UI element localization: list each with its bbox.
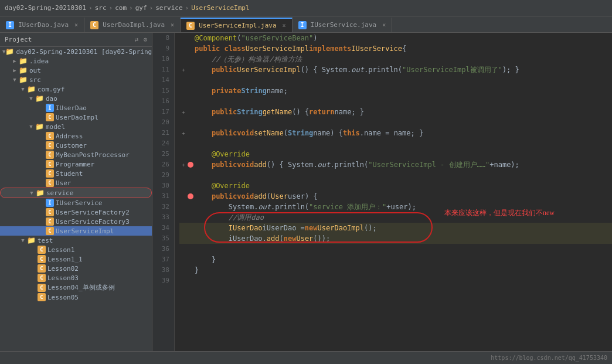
- test-folder-icon: 📁: [27, 236, 36, 244]
- status-bar: https://blog.csdn.net/qq_41753340: [0, 351, 612, 364]
- tree-item[interactable]: ▼ 📁 day02-Spring-20210301 [day02-Spring-: [0, 47, 152, 56]
- gear-icon[interactable]: ⚙: [143, 36, 147, 43]
- tree-item-iuserservice[interactable]: I IUserService: [0, 198, 152, 207]
- src-folder-icon: 📁: [19, 76, 28, 84]
- userservicefactory2-icon: C: [46, 208, 54, 216]
- breadcrumb-gyf: gyf: [135, 4, 147, 12]
- code-line-24: [179, 138, 612, 149]
- tree-item-dao[interactable]: ▼ 📁 dao: [0, 94, 152, 103]
- tab-label-userserviceimpl: UserServiceImpl.java: [199, 22, 276, 29]
- tree-item-userservicefactory3[interactable]: C UserServiceFactory3: [0, 217, 152, 226]
- tree-item-lesson03[interactable]: C Lesson03: [0, 273, 152, 283]
- breadcrumb-file: UserServiceImpl: [191, 4, 249, 12]
- code-line-9: public class UserServiceImpl implements …: [179, 43, 612, 54]
- code-line-15: private String name;: [179, 86, 612, 96]
- tab-iuserservice[interactable]: I IUserService.java ×: [293, 18, 393, 32]
- code-line-36: [179, 244, 612, 254]
- breadcrumb-com: com: [115, 4, 127, 12]
- breadcrumb: day02-Spring-20210301 › src › com › gyf …: [5, 4, 250, 12]
- tree-item-comgyf[interactable]: ▼ 📁 com.gyf: [0, 84, 152, 94]
- lesson02-icon: C: [38, 264, 46, 273]
- breakpoint-26[interactable]: [188, 162, 193, 168]
- code-line-37: }: [179, 254, 612, 265]
- tab-userdaoimpl[interactable]: C UserDaoImpl.java ×: [84, 18, 181, 32]
- tree-item-idea[interactable]: ▶ 📁 .idea: [0, 56, 152, 66]
- sync-icon[interactable]: ⇄: [135, 36, 139, 43]
- expand-8[interactable]: [179, 34, 188, 42]
- tree-item-lesson02[interactable]: C Lesson02: [0, 264, 152, 273]
- tree-item-out[interactable]: ▶ 📁 out: [0, 66, 152, 75]
- tree-item-userservicefactory2[interactable]: C UserServiceFactory2: [0, 207, 152, 217]
- tab-label-iuserdao: IUserDao.java: [18, 21, 69, 29]
- tree-item-model[interactable]: ▼ 📁 model: [0, 122, 152, 131]
- iuserservice-icon: I: [46, 199, 54, 207]
- sidebar: Project ⇄ ⚙ ▼ 📁 day02-Spring-20210301 [d…: [0, 33, 152, 351]
- code-line-38: }: [179, 265, 612, 275]
- red-annotation-text: 本来应该这样，但是现在我们不new: [444, 207, 555, 218]
- tab-label-iuserservice: IUserService.java: [311, 21, 377, 29]
- code-area: 8 9 10 11 14 15 16 17 20 21 24 25 26 29 …: [152, 33, 612, 351]
- code-line-29: [179, 170, 612, 181]
- out-folder-icon: 📁: [19, 66, 28, 74]
- tree-item-lesson1_1[interactable]: C Lesson1_1: [0, 254, 152, 264]
- tab-bar: I IUserDao.java × C UserDaoImpl.java × C…: [0, 16, 612, 33]
- tab-close-userdaoimpl[interactable]: ×: [171, 22, 174, 28]
- tree-item-student[interactable]: C Student: [0, 169, 152, 178]
- blog-url: https://blog.csdn.net/qq_41753340: [491, 355, 607, 361]
- comgyf-folder-icon: 📁: [27, 85, 36, 93]
- idea-folder-icon: 📁: [19, 57, 28, 65]
- userservicefactory3-icon: C: [46, 217, 54, 226]
- tab-label-userdaoimpl: UserDaoImpl.java: [103, 21, 165, 29]
- tree-item-user[interactable]: C User: [0, 178, 152, 188]
- breadcrumb-service: service: [155, 4, 182, 12]
- breakpoint-31[interactable]: [188, 193, 193, 199]
- code-line-31: public void add(User user) {: [179, 191, 612, 202]
- tree-item-userdaoimpl[interactable]: C UserDaoImpl: [0, 113, 152, 122]
- tab-icon-c1: C: [90, 21, 98, 29]
- tree-item-programmer[interactable]: C Programmer: [0, 159, 152, 169]
- user-icon: C: [46, 179, 54, 187]
- tab-close-iuserdao[interactable]: ×: [74, 22, 78, 28]
- tab-icon-i2: I: [298, 21, 307, 29]
- code-line-34: IUserDao iUserDao =new UserDaoImpl();: [179, 223, 612, 233]
- code-line-35: iUserDao.add(new User());: [179, 233, 612, 244]
- tree-item-src[interactable]: ▼ 📁 src: [0, 75, 152, 84]
- tree-item-lesson04[interactable]: C Lesson04_单例或多例: [0, 283, 152, 292]
- code-editor[interactable]: 8 9 10 11 14 15 16 17 20 21 24 25 26 29 …: [152, 33, 612, 351]
- code-line-26: + public void add() { System.out.println…: [179, 159, 612, 170]
- customer-icon: C: [46, 141, 54, 149]
- lesson1_1-icon: C: [38, 255, 46, 263]
- address-icon: C: [46, 132, 54, 140]
- tree-item-test[interactable]: ▼ 📁 test: [0, 236, 152, 245]
- code-line-17: + public String getName() { return name;…: [179, 107, 612, 117]
- sidebar-title: Project: [5, 36, 32, 43]
- lesson1-icon: C: [38, 246, 46, 254]
- tab-icon-c2: C: [186, 22, 195, 30]
- userdaoimpl-icon: C: [46, 113, 54, 121]
- sidebar-header: Project ⇄ ⚙: [0, 33, 152, 47]
- tab-iuserdao[interactable]: I IUserDao.java ×: [0, 18, 84, 32]
- tab-userserviceimpl[interactable]: C UserServiceImpl.java ×: [181, 18, 292, 32]
- iuserdao-icon: I: [46, 104, 54, 112]
- lesson03-icon: C: [38, 274, 46, 282]
- tree-item-userserviceimpl[interactable]: C UserServiceImpl: [0, 226, 152, 236]
- tree-item-iuserdao[interactable]: I IUserDao: [0, 103, 152, 113]
- code-line-16: [179, 96, 612, 107]
- tree-item-service[interactable]: ▼ 📁 service: [0, 188, 152, 198]
- code-line-21: + public void setName(String name) { thi…: [179, 128, 612, 138]
- tree-item-customer[interactable]: C Customer: [0, 141, 152, 150]
- tab-close-iuserservice[interactable]: ×: [382, 22, 386, 28]
- title-bar: day02-Spring-20210301 › src › com › gyf …: [0, 0, 612, 16]
- expand-9[interactable]: [179, 45, 188, 53]
- tree-item-mybeanpostprocessor[interactable]: C MyBeanPostProcessor: [0, 150, 152, 159]
- tree-item-lesson05[interactable]: C Lesson05: [0, 292, 152, 302]
- tab-close-userserviceimpl[interactable]: ×: [283, 22, 286, 29]
- breadcrumb-src: src: [95, 4, 107, 12]
- main-layout: Project ⇄ ⚙ ▼ 📁 day02-Spring-20210301 [d…: [0, 33, 612, 351]
- tree-item-lesson1[interactable]: C Lesson1: [0, 245, 152, 254]
- breadcrumb-project: day02-Spring-20210301: [5, 4, 86, 12]
- programmer-icon: C: [46, 160, 54, 168]
- model-folder-icon: 📁: [35, 123, 44, 131]
- service-folder-icon: 📁: [36, 189, 45, 197]
- tree-item-address[interactable]: C Address: [0, 131, 152, 141]
